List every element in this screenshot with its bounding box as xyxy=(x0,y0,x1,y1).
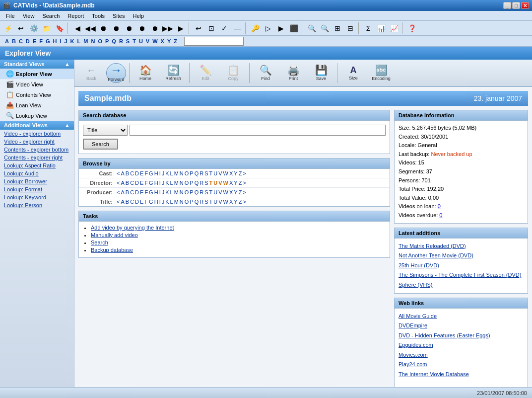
browse-prod-S[interactable]: S xyxy=(204,189,208,195)
browse-ttl-O[interactable]: O xyxy=(185,199,189,205)
browse-dir-gt[interactable]: > xyxy=(243,180,246,186)
nav-refresh-button[interactable]: 🔄 Refresh xyxy=(160,62,186,84)
alpha-P[interactable]: P xyxy=(104,38,110,45)
web-link-3[interactable]: Epguides.com xyxy=(399,340,524,350)
alphabar-search-input[interactable] xyxy=(184,37,244,46)
browse-prod-V[interactable]: V xyxy=(218,189,222,195)
alpha-T[interactable]: T xyxy=(132,38,137,45)
browse-cast-L[interactable]: L xyxy=(170,170,173,176)
browse-prod-lt[interactable]: < xyxy=(117,189,120,195)
browse-ttl-D[interactable]: D xyxy=(135,199,139,205)
browse-prod-I[interactable]: I xyxy=(159,189,161,195)
toolbar-btn-9[interactable]: ⏺ xyxy=(110,22,122,34)
db-loan-value[interactable]: 0 xyxy=(438,203,441,209)
alpha-R[interactable]: R xyxy=(118,38,124,45)
menu-sites[interactable]: Sites xyxy=(109,12,129,20)
browse-ttl-A[interactable]: A xyxy=(121,199,124,205)
browse-dir-E[interactable]: E xyxy=(140,180,143,186)
alpha-F[interactable]: F xyxy=(38,38,44,45)
alpha-O[interactable]: O xyxy=(97,38,103,45)
toolbar-btn-22[interactable]: ⬛ xyxy=(288,22,300,34)
browse-dir-R[interactable]: R xyxy=(200,180,203,186)
web-link-6[interactable]: The Internet Movie Database xyxy=(399,370,524,380)
browse-cast-X[interactable]: X xyxy=(229,170,233,176)
alpha-Y[interactable]: Y xyxy=(166,38,172,45)
browse-ttl-B[interactable]: B xyxy=(126,199,129,205)
nav-print-button[interactable]: 🖨️ Print xyxy=(280,62,306,84)
browse-cast-R[interactable]: R xyxy=(200,170,203,176)
alpha-G[interactable]: G xyxy=(45,38,51,45)
browse-prod-T[interactable]: T xyxy=(209,189,213,195)
browse-cast-S[interactable]: S xyxy=(204,170,208,176)
browse-prod-D[interactable]: D xyxy=(135,189,139,195)
browse-cast-O[interactable]: O xyxy=(185,170,189,176)
toolbar-btn-8[interactable]: ⏺ xyxy=(97,22,109,34)
browse-dir-T[interactable]: T xyxy=(209,180,213,186)
browse-cast-E[interactable]: E xyxy=(140,170,143,176)
menu-report[interactable]: Report xyxy=(64,12,88,20)
sidebar-lookup-aspect-ratio[interactable]: Lookup: Aspect Ratio xyxy=(0,161,74,169)
additional-views-header[interactable]: Additional Views ▲ xyxy=(0,121,74,130)
sidebar-lookup-person[interactable]: Lookup: Person xyxy=(0,201,74,209)
latest-item-4[interactable]: Sphere (VHS) xyxy=(399,280,524,290)
alpha-S[interactable]: S xyxy=(125,38,131,45)
nav-encoding-button[interactable]: 🔤 Encoding xyxy=(368,62,394,84)
browse-dir-V[interactable]: V xyxy=(218,180,222,186)
search-value-input[interactable] xyxy=(130,125,386,136)
menu-tools[interactable]: Tools xyxy=(88,12,109,20)
toolbar-btn-16[interactable]: ⊡ xyxy=(205,22,217,34)
latest-item-0[interactable]: The Matrix Reloaded (DVD) xyxy=(399,241,524,251)
browse-prod-Q[interactable]: Q xyxy=(195,189,199,195)
toolbar-btn-19[interactable]: 🔑 xyxy=(249,22,261,34)
sidebar-video-explorer-right[interactable]: Video - explorer right xyxy=(0,138,74,146)
browse-dir-Y[interactable]: Y xyxy=(234,180,237,186)
menu-search[interactable]: Search xyxy=(38,12,64,20)
sidebar-item-contents-view[interactable]: 📋 Contents View xyxy=(0,89,74,100)
toolbar-btn-4[interactable]: 📁 xyxy=(41,22,53,34)
alpha-X[interactable]: X xyxy=(160,38,165,45)
browse-dir-O[interactable]: O xyxy=(185,180,189,186)
nav-save-button[interactable]: 💾 Save xyxy=(308,62,334,84)
browse-cast-W[interactable]: W xyxy=(223,170,228,176)
browse-dir-A[interactable]: A xyxy=(121,180,124,186)
alpha-J[interactable]: J xyxy=(63,38,68,45)
alpha-C[interactable]: C xyxy=(18,38,24,45)
toolbar-btn-14[interactable]: ▶ xyxy=(175,22,187,34)
sidebar-lookup-borrower[interactable]: Lookup: Borrower xyxy=(0,177,74,185)
task-link-2[interactable]: Search xyxy=(91,239,108,245)
toolbar-btn-3[interactable]: ⚙️ xyxy=(28,22,40,34)
browse-prod-F[interactable]: F xyxy=(144,189,148,195)
browse-ttl-V[interactable]: V xyxy=(218,199,222,205)
browse-cast-G[interactable]: G xyxy=(149,170,153,176)
browse-prod-C[interactable]: C xyxy=(130,189,134,195)
nav-edit-button[interactable]: ✏️ Edit xyxy=(193,62,218,84)
nav-back-button[interactable]: ← Back xyxy=(78,62,104,84)
browse-cast-H[interactable]: H xyxy=(154,170,158,176)
browse-ttl-N[interactable]: N xyxy=(180,199,184,205)
search-field-select[interactable]: Title Director Cast Producer Year Format… xyxy=(83,125,128,136)
toolbar-btn-2[interactable]: ↩ xyxy=(15,22,27,34)
browse-dir-I[interactable]: I xyxy=(159,180,161,186)
browse-ttl-F[interactable]: F xyxy=(144,199,148,205)
browse-prod-N[interactable]: N xyxy=(180,189,184,195)
alpha-A[interactable]: A xyxy=(4,38,10,45)
browse-prod-gt[interactable]: > xyxy=(243,189,246,195)
sidebar-contents-explorer-bottom[interactable]: Contents - explorer bottom xyxy=(0,146,74,154)
browse-cast-A[interactable]: A xyxy=(121,170,124,176)
browse-dir-M[interactable]: M xyxy=(174,180,179,186)
browse-dir-X[interactable]: X xyxy=(229,180,233,186)
browse-dir-G[interactable]: G xyxy=(149,180,153,186)
browse-dir-L[interactable]: L xyxy=(170,180,173,186)
alpha-W[interactable]: W xyxy=(151,38,158,45)
toolbar-btn-11[interactable]: ⏺ xyxy=(136,22,148,34)
browse-dir-K[interactable]: K xyxy=(165,180,169,186)
browse-ttl-E[interactable]: E xyxy=(140,199,143,205)
sidebar-item-loan-view[interactable]: 📤 Loan View xyxy=(0,100,74,110)
browse-prod-Z[interactable]: Z xyxy=(239,189,242,195)
browse-cast-T[interactable]: T xyxy=(209,170,213,176)
browse-dir-B[interactable]: B xyxy=(126,180,129,186)
latest-item-3[interactable]: The Simpsons - The Complete First Season… xyxy=(399,270,524,280)
sidebar-lookup-keyword[interactable]: Lookup: Keyword xyxy=(0,193,74,201)
browse-dir-F[interactable]: F xyxy=(144,180,148,186)
browse-dir-H[interactable]: H xyxy=(154,180,158,186)
